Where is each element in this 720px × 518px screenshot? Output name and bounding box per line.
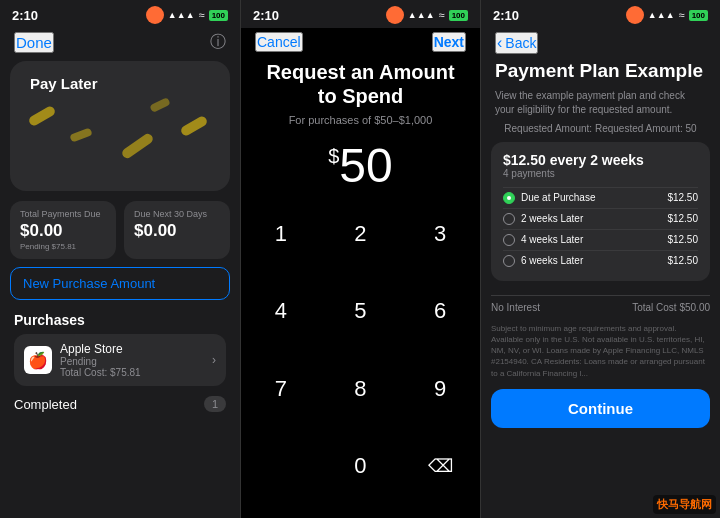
- avatar-icon-2: [386, 6, 404, 24]
- panel-request-amount: 2:10 ▲▲▲ ≈ 100 Cancel Next Request an Am…: [240, 0, 480, 518]
- stats-row: Total Payments Due $0.00 Pending $75.81 …: [10, 201, 230, 259]
- payment-main-amount: $12.50 every 2 weeks: [503, 152, 698, 168]
- purchase-name: Apple Store: [60, 342, 204, 356]
- done-button[interactable]: Done: [14, 32, 54, 53]
- pay-later-logo: Pay Later: [24, 75, 216, 92]
- info-icon[interactable]: ⓘ: [210, 32, 226, 53]
- chevron-right-icon: ›: [212, 353, 216, 367]
- back-button[interactable]: ‹ Back: [495, 32, 538, 54]
- status-bar-1: 2:10 ▲▲▲ ≈ 100: [0, 0, 240, 28]
- status-icons-1: ▲▲▲ ≈ 100: [146, 6, 228, 24]
- numpad-key-empty: [241, 441, 321, 491]
- numpad-key-1[interactable]: 1: [241, 209, 321, 259]
- completed-row: Completed 1: [14, 396, 226, 412]
- status-time-1: 2:10: [12, 8, 38, 23]
- status-icons-2: ▲▲▲ ≈ 100: [386, 6, 468, 24]
- payment-row-left-0: Due at Purchase: [503, 192, 596, 204]
- payment-row-label-2: 4 weeks Later: [521, 234, 583, 245]
- payment-header-row: $12.50 every 2 weeks 4 payments: [503, 152, 698, 179]
- radio-6-weeks[interactable]: [503, 255, 515, 267]
- panel3-header: ‹ Back: [481, 28, 720, 60]
- panel2-header: Cancel Next: [241, 28, 480, 60]
- status-time-2: 2:10: [253, 8, 279, 23]
- payment-row-left-2: 4 weeks Later: [503, 234, 583, 246]
- battery-icon-1: 100: [209, 10, 228, 21]
- purchase-item[interactable]: 🍎 Apple Store Pending Total Cost: $75.81…: [14, 334, 226, 386]
- numpad-key-8[interactable]: 8: [321, 364, 401, 414]
- no-interest-label: No Interest: [491, 302, 540, 313]
- back-chevron-icon: ‹: [497, 34, 502, 52]
- avatar-icon: [146, 6, 164, 24]
- payment-row-label-3: 6 weeks Later: [521, 255, 583, 266]
- numpad-key-6[interactable]: 6: [400, 286, 480, 336]
- completed-label: Completed: [14, 397, 77, 412]
- numpad-key-0[interactable]: 0: [321, 441, 401, 491]
- pay-later-label: Pay Later: [30, 75, 98, 92]
- requested-amount: Requested Amount: Requested Amount: 50: [481, 123, 720, 142]
- wifi-icon-2: ≈: [439, 9, 445, 21]
- total-payments-box: Total Payments Due $0.00 Pending $75.81: [10, 201, 116, 259]
- battery-icon-2: 100: [449, 10, 468, 21]
- payment-row-1: 2 weeks Later $12.50: [503, 208, 698, 229]
- purchase-info: Apple Store Pending Total Cost: $75.81: [60, 342, 204, 378]
- wifi-icon: ≈: [199, 9, 205, 21]
- payment-row-label-1: 2 weeks Later: [521, 213, 583, 224]
- payment-row-amount-0: $12.50: [667, 192, 698, 203]
- panel-payment-plan: 2:10 ▲▲▲ ≈ 100 ‹ Back Payment Plan Examp…: [480, 0, 720, 518]
- panel1-header: Done ⓘ: [0, 28, 240, 61]
- total-payments-label: Total Payments Due: [20, 209, 106, 219]
- payment-row-amount-3: $12.50: [667, 255, 698, 266]
- panel3-desc: View the example payment plan and check …: [481, 89, 720, 123]
- wifi-icon-3: ≈: [679, 9, 685, 21]
- new-purchase-button[interactable]: New Purchase Amount: [10, 267, 230, 300]
- status-icons-3: ▲▲▲ ≈ 100: [626, 6, 708, 24]
- payment-count: 4 payments: [503, 168, 698, 179]
- no-interest-row: No Interest Total Cost $50.00: [491, 295, 710, 319]
- numpad-key-9[interactable]: 9: [400, 364, 480, 414]
- panel3-title: Payment Plan Example: [481, 60, 720, 89]
- signal-icon-3: ▲▲▲: [648, 10, 675, 20]
- due-next-label: Due Next 30 Days: [134, 209, 220, 219]
- payment-row-amount-1: $12.50: [667, 213, 698, 224]
- status-time-3: 2:10: [493, 8, 519, 23]
- total-cost-label: Total Cost $50.00: [632, 302, 710, 313]
- due-next-value: $0.00: [134, 221, 220, 241]
- fine-print: Subject to minimum age requirements and …: [491, 323, 710, 379]
- radio-4-weeks[interactable]: [503, 234, 515, 246]
- panel2-title: Request an Amount to Spend: [241, 60, 480, 108]
- purchase-status: Pending Total Cost: $75.81: [60, 356, 204, 378]
- signal-icon: ▲▲▲: [168, 10, 195, 20]
- battery-icon-3: 100: [689, 10, 708, 21]
- pay-later-card: Pay Later: [10, 61, 230, 191]
- next-button[interactable]: Next: [432, 32, 466, 52]
- total-payments-pending: Pending $75.81: [20, 242, 106, 251]
- total-payments-value: $0.00: [20, 221, 106, 241]
- numpad-key-7[interactable]: 7: [241, 364, 321, 414]
- back-label: Back: [505, 35, 536, 51]
- numpad-key-5[interactable]: 5: [321, 286, 401, 336]
- payment-row-3: 6 weeks Later $12.50: [503, 250, 698, 271]
- status-bar-2: 2:10 ▲▲▲ ≈ 100: [241, 0, 480, 28]
- numpad: 1 2 3 4 5 6 7 8 9 0 ⌫: [241, 209, 480, 518]
- due-next-box: Due Next 30 Days $0.00: [124, 201, 230, 259]
- radio-due-at-purchase[interactable]: [503, 192, 515, 204]
- purchases-title: Purchases: [14, 312, 226, 328]
- numpad-key-3[interactable]: 3: [400, 209, 480, 259]
- amount-value: 50: [339, 139, 392, 192]
- payment-row-amount-2: $12.50: [667, 234, 698, 245]
- cancel-button[interactable]: Cancel: [255, 32, 303, 52]
- payment-row-left-3: 6 weeks Later: [503, 255, 583, 267]
- payment-card: $12.50 every 2 weeks 4 payments Due at P…: [491, 142, 710, 281]
- panel2-subtitle: For purchases of $50–$1,000: [241, 114, 480, 126]
- numpad-key-4[interactable]: 4: [241, 286, 321, 336]
- dollar-sign: $: [328, 145, 339, 167]
- amount-display: $50: [241, 138, 480, 193]
- payment-row-label-0: Due at Purchase: [521, 192, 596, 203]
- continue-button[interactable]: Continue: [491, 389, 710, 428]
- radio-2-weeks[interactable]: [503, 213, 515, 225]
- status-bar-3: 2:10 ▲▲▲ ≈ 100: [481, 0, 720, 28]
- completed-badge: 1: [204, 396, 226, 412]
- watermark: 快马导航网: [653, 495, 716, 514]
- numpad-key-2[interactable]: 2: [321, 209, 401, 259]
- numpad-backspace-button[interactable]: ⌫: [400, 441, 480, 491]
